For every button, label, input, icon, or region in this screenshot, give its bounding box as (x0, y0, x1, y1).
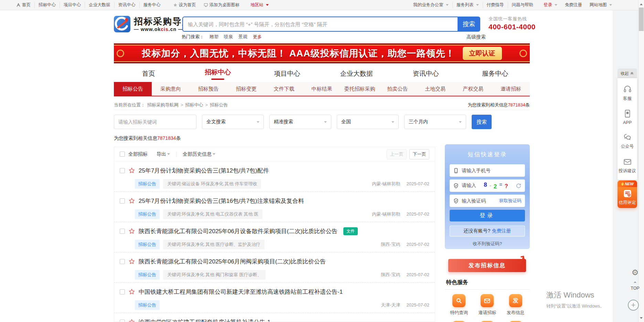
favorite-star-icon[interactable] (129, 198, 135, 204)
row-checkbox[interactable] (120, 289, 125, 294)
rail-app[interactable]: APP (618, 105, 637, 129)
row-checkbox[interactable] (120, 229, 125, 234)
announcement-title[interactable]: 陕西长青能源化工有限公司2025年06月闸阀采购项目(二次)比质比价公告 (139, 258, 326, 266)
filter-search-button[interactable]: 搜索 (472, 115, 492, 129)
credit-rating-badge[interactable]: NEW 信用评定 (618, 180, 637, 208)
tab-auction-announcement[interactable]: 拍卖公告 (378, 82, 416, 96)
announcement-title[interactable]: 25年7月份计划物资采购公告三(第12包/共7包)配件 (139, 167, 269, 175)
category-tag[interactable]: 招标公告 (135, 300, 160, 310)
sitemap-dropdown[interactable]: 网站地图 (586, 2, 616, 8)
tab-purchase-intent[interactable]: 采购意向 (152, 82, 190, 96)
code-input[interactable] (462, 198, 496, 204)
main-search-input[interactable] (182, 17, 458, 32)
tab-tender-change[interactable]: 招标变更 (227, 82, 265, 96)
topnav-project-center[interactable]: 项目中心 (60, 2, 85, 8)
announcement-title[interactable]: 25年7月份计划物资采购公告三(第16包/共7包)注浆锚索及复合料 (139, 197, 304, 205)
row-checkbox[interactable] (120, 168, 125, 173)
tab-entrusted-tender[interactable]: 委托招标采购 (341, 82, 379, 96)
service-publish-info[interactable]: 发 发布信息 (507, 294, 525, 316)
export-dropdown[interactable]: 导出 (157, 151, 170, 157)
prev-page-button[interactable]: 上一页 (387, 149, 407, 159)
expand-plus-button[interactable]: + (628, 300, 639, 311)
help-link[interactable]: 问题与帮助 (508, 2, 537, 8)
tab-property-trade[interactable]: 产权交易 (454, 82, 492, 96)
scroll-down-arrow[interactable] (638, 316, 644, 321)
select-all-checkbox[interactable] (120, 152, 125, 157)
collapse-rail-button[interactable]: 收起 (618, 69, 637, 78)
category-tag[interactable]: 招标公告 (135, 270, 160, 280)
category-tag[interactable]: 招标公告 (135, 209, 160, 219)
certify-now-button[interactable]: 立即认证 (463, 47, 502, 60)
announcement-title[interactable]: 渝西中学B区改扩建工程配套机房计算机补遗公告-1 (139, 318, 270, 322)
scrollbar-thumb[interactable] (639, 8, 644, 31)
breadcrumb-current[interactable]: 招标公告 (210, 102, 228, 108)
next-page-button[interactable]: 下一页 (409, 149, 429, 159)
history-dropdown[interactable]: 全部历史信息 (183, 151, 215, 157)
code-field[interactable]: 获取验证码 (450, 195, 525, 207)
free-register-link[interactable]: 免费注册 (492, 228, 511, 234)
advanced-search-link[interactable]: 高级搜索 (466, 34, 486, 40)
captcha-field[interactable]: 请输入 8 - 2 = ? (450, 179, 525, 192)
announcement-title[interactable]: 陕西长青能源化工有限公司2025年06月设备散件采购项目(二次)比质比价公告 (139, 227, 337, 235)
hot-search-item[interactable]: 喷泉 (224, 34, 233, 40)
nav-info-center[interactable]: 资讯中心 (391, 69, 461, 78)
settings-gear-icon[interactable]: ⚙ (631, 268, 640, 277)
filter-precision-select[interactable]: 精准搜索 (269, 115, 331, 129)
filter-region-select[interactable]: 全国 (337, 115, 399, 129)
nav-enterprise-data[interactable]: 企业大数据 (322, 69, 391, 78)
topnav-info-center[interactable]: 资讯中心 (115, 2, 140, 8)
scroll-up-arrow[interactable] (638, 1, 644, 6)
row-checkbox[interactable] (120, 259, 125, 264)
hot-search-more[interactable]: 更多 (253, 34, 262, 40)
file-badge[interactable]: 文件 (343, 227, 358, 235)
tab-award-result[interactable]: 中标结果 (303, 82, 341, 96)
tab-land-trade[interactable]: 土地交易 (416, 82, 454, 96)
topnav-tender-center[interactable]: 招标中心 (35, 2, 60, 8)
tab-tender-announcement[interactable]: 招标公告 (114, 82, 152, 96)
rail-customer-service[interactable]: 客服 (618, 81, 637, 105)
rail-feedback[interactable]: 投诉建议 (618, 153, 637, 178)
row-checkbox[interactable] (120, 198, 125, 204)
tab-tender-preview[interactable]: 招标预告 (190, 82, 227, 96)
favorite-star-icon[interactable] (129, 319, 135, 322)
promo-banner[interactable]: 投标加分，入围无忧，中标无阻！ AAA级投标信用认证，助您一路领先！ 立即认证 (114, 43, 530, 63)
back-to-top-button[interactable]: ⌃ TOP (628, 282, 642, 291)
nav-service-center[interactable]: 服务中心 (461, 69, 530, 78)
no-code-help-link[interactable]: 收不到验证码? (445, 241, 530, 247)
service-special-query[interactable]: 特约查询 (450, 294, 468, 316)
get-code-link[interactable]: 获取验证码 (499, 198, 522, 204)
favorite-star-icon[interactable] (129, 289, 135, 295)
filter-fulltext-select[interactable]: 全文搜索 (202, 115, 264, 129)
breadcrumb-site[interactable]: 招标采购导航网 (147, 102, 179, 108)
my-office-dropdown[interactable]: 我的业务办公室 (409, 2, 453, 8)
rail-wechat[interactable]: 公众号 (618, 129, 637, 153)
login-button[interactable]: 登录 (450, 210, 525, 221)
category-tag[interactable]: 招标公告 (135, 240, 160, 249)
row-checkbox[interactable] (120, 320, 125, 322)
phone-field[interactable] (450, 164, 525, 177)
service-invite-tender[interactable]: 邀请招标 (478, 294, 496, 316)
pay-guide-link[interactable]: 付费指导 (483, 2, 508, 8)
phone-input[interactable] (462, 168, 522, 173)
topnav-home[interactable]: 首页 (12, 2, 35, 8)
topnav-enterprise-data[interactable]: 企业大数据 (85, 2, 115, 8)
favorite-star-icon[interactable] (129, 228, 135, 234)
filter-timerange-select[interactable]: 三个月内 (404, 115, 466, 129)
region-site-dropdown[interactable]: 地区站 (247, 2, 272, 8)
main-search-button[interactable]: 搜索 (458, 17, 480, 32)
add-desktop-link[interactable]: 添加为桌面图标 (200, 2, 244, 8)
nav-tender-center[interactable]: 招标中心 (183, 68, 253, 80)
tab-invited-tender[interactable]: 邀请招标 (492, 82, 530, 96)
tab-file-download[interactable]: 文件下载 (265, 82, 303, 96)
announcement-title[interactable]: 中国铁建大桥工程局集团有限公司新建天津至潍坊高速铁路站前工程补遗公告-1 (139, 288, 343, 296)
category-tag[interactable]: 招标公告 (135, 179, 160, 189)
register-link[interactable]: 免费注册 (561, 2, 586, 8)
breadcrumb-section[interactable]: 招标中心 (185, 102, 203, 108)
refresh-captcha-icon[interactable] (516, 183, 522, 189)
favorite-star-icon[interactable] (129, 258, 135, 264)
login-dropdown[interactable]: 登录 (540, 2, 561, 8)
set-home-link[interactable]: 设为首页 (169, 2, 200, 8)
nav-project-center[interactable]: 项目中心 (253, 69, 322, 78)
filter-keyword-input[interactable] (114, 115, 196, 129)
hot-search-item[interactable]: 雕塑 (210, 34, 218, 40)
